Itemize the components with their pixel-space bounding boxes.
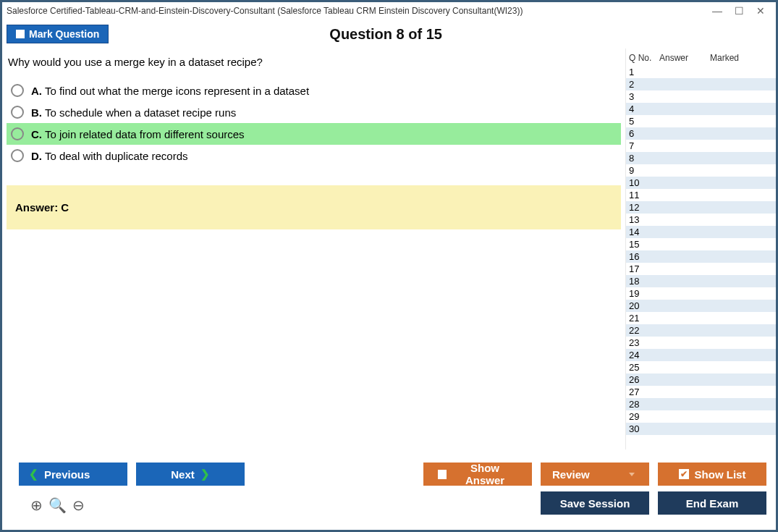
option-d[interactable]: D. To deal with duplicate records bbox=[7, 145, 621, 166]
show-answer-label: Show Answer bbox=[452, 462, 517, 486]
question-panel: Why would you use a merge key in a datas… bbox=[2, 48, 625, 449]
zoom-reset-icon[interactable]: 🔍 bbox=[48, 497, 67, 514]
zoom-controls: ⊕ 🔍 ⊖ bbox=[19, 492, 85, 514]
radio-icon bbox=[11, 106, 24, 119]
option-a-label: A. To find out what the merge icons repr… bbox=[31, 85, 309, 97]
table-row[interactable]: 8 bbox=[626, 152, 776, 164]
zoom-in-icon[interactable]: ⊕ bbox=[30, 497, 43, 514]
check-icon: ✔ bbox=[679, 469, 689, 479]
table-row[interactable]: 17 bbox=[626, 263, 776, 275]
previous-button[interactable]: ❮ Previous bbox=[19, 463, 127, 486]
checkbox-icon bbox=[438, 470, 447, 479]
next-button[interactable]: Next ❯ bbox=[136, 463, 245, 486]
radio-icon bbox=[11, 127, 24, 140]
end-exam-button[interactable]: End Exam bbox=[658, 491, 766, 515]
table-row[interactable]: 18 bbox=[626, 275, 776, 287]
previous-label: Previous bbox=[44, 468, 90, 481]
table-body[interactable]: 1234567891011121314151617181920212223242… bbox=[626, 66, 776, 449]
option-b-label: B. To schedule when a dataset recipe run… bbox=[31, 106, 236, 119]
titlebar: Salesforce Certified-Tableau-CRM-and-Ein… bbox=[2, 2, 776, 20]
table-row[interactable]: 5 bbox=[626, 115, 776, 127]
review-label: Review bbox=[552, 468, 590, 481]
chevron-left-icon: ❮ bbox=[29, 468, 38, 481]
review-button[interactable]: Review bbox=[541, 463, 649, 486]
option-c[interactable]: C. To join related data from different s… bbox=[7, 123, 621, 145]
table-row[interactable]: 6 bbox=[626, 127, 776, 140]
show-list-button[interactable]: ✔ Show List bbox=[658, 463, 766, 486]
footer-row-1: ❮ Previous Next ❯ Show Answer Review ✔ S… bbox=[4, 455, 774, 490]
table-row[interactable]: 3 bbox=[626, 90, 776, 103]
main-area: Why would you use a merge key in a datas… bbox=[2, 48, 776, 449]
next-label: Next bbox=[171, 468, 195, 481]
table-row[interactable]: 11 bbox=[626, 189, 776, 201]
mark-question-button[interactable]: Mark Question bbox=[7, 25, 109, 43]
chevron-right-icon: ❯ bbox=[200, 468, 210, 481]
mark-question-label: Mark Question bbox=[29, 28, 99, 40]
table-row[interactable]: 23 bbox=[626, 337, 776, 349]
table-row[interactable]: 1 bbox=[626, 66, 776, 78]
minimize-button[interactable]: — bbox=[706, 5, 728, 17]
question-counter: Question 8 of 15 bbox=[109, 26, 663, 43]
table-row[interactable]: 25 bbox=[626, 361, 776, 373]
show-answer-button[interactable]: Show Answer bbox=[423, 463, 532, 486]
table-row[interactable]: 4 bbox=[626, 103, 776, 115]
table-row[interactable]: 10 bbox=[626, 177, 776, 189]
col-marked: Marked bbox=[710, 53, 773, 63]
table-row[interactable]: 12 bbox=[626, 201, 776, 214]
table-row[interactable]: 15 bbox=[626, 238, 776, 250]
show-list-label: Show List bbox=[695, 468, 746, 481]
save-session-button[interactable]: Save Session bbox=[541, 491, 649, 515]
table-row[interactable]: 20 bbox=[626, 300, 776, 312]
footer: ❮ Previous Next ❯ Show Answer Review ✔ S… bbox=[4, 455, 774, 528]
table-row[interactable]: 16 bbox=[626, 250, 776, 263]
col-answer: Answer bbox=[659, 53, 710, 63]
close-button[interactable]: ✕ bbox=[750, 5, 771, 17]
question-text: Why would you use a merge key in a datas… bbox=[8, 56, 621, 68]
radio-icon bbox=[11, 149, 24, 162]
option-a[interactable]: A. To find out what the merge icons repr… bbox=[7, 80, 621, 101]
radio-icon bbox=[11, 84, 24, 97]
table-row[interactable]: 22 bbox=[626, 324, 776, 337]
table-row[interactable]: 19 bbox=[626, 287, 776, 300]
table-header: Q No. Answer Marked bbox=[626, 48, 776, 66]
option-c-label: C. To join related data from different s… bbox=[31, 128, 245, 140]
zoom-out-icon[interactable]: ⊖ bbox=[72, 497, 85, 514]
footer-row-2: ⊕ 🔍 ⊖ Save Session End Exam bbox=[4, 490, 774, 519]
table-row[interactable]: 29 bbox=[626, 410, 776, 423]
table-row[interactable]: 27 bbox=[626, 386, 776, 398]
end-exam-label: End Exam bbox=[686, 497, 739, 510]
table-row[interactable]: 7 bbox=[626, 140, 776, 152]
table-row[interactable]: 2 bbox=[626, 78, 776, 90]
table-row[interactable]: 9 bbox=[626, 164, 776, 177]
table-row[interactable]: 21 bbox=[626, 312, 776, 324]
table-row[interactable]: 14 bbox=[626, 226, 776, 238]
save-session-label: Save Session bbox=[560, 497, 630, 510]
option-d-label: D. To deal with duplicate records bbox=[31, 150, 188, 162]
table-row[interactable]: 30 bbox=[626, 423, 776, 435]
table-row[interactable]: 24 bbox=[626, 349, 776, 361]
chevron-down-icon bbox=[629, 473, 635, 476]
table-row[interactable]: 13 bbox=[626, 214, 776, 226]
checkbox-icon bbox=[16, 30, 25, 38]
window-title: Salesforce Certified-Tableau-CRM-and-Ein… bbox=[7, 6, 706, 16]
table-row[interactable]: 26 bbox=[626, 373, 776, 386]
col-qno: Q No. bbox=[629, 53, 659, 63]
option-b[interactable]: B. To schedule when a dataset recipe run… bbox=[7, 101, 621, 123]
answer-box: Answer: C bbox=[7, 185, 621, 229]
maximize-button[interactable]: ☐ bbox=[728, 5, 750, 17]
header-row: Mark Question Question 8 of 15 bbox=[2, 20, 776, 48]
question-list-panel: Q No. Answer Marked 12345678910111213141… bbox=[625, 48, 776, 449]
table-row[interactable]: 28 bbox=[626, 398, 776, 410]
